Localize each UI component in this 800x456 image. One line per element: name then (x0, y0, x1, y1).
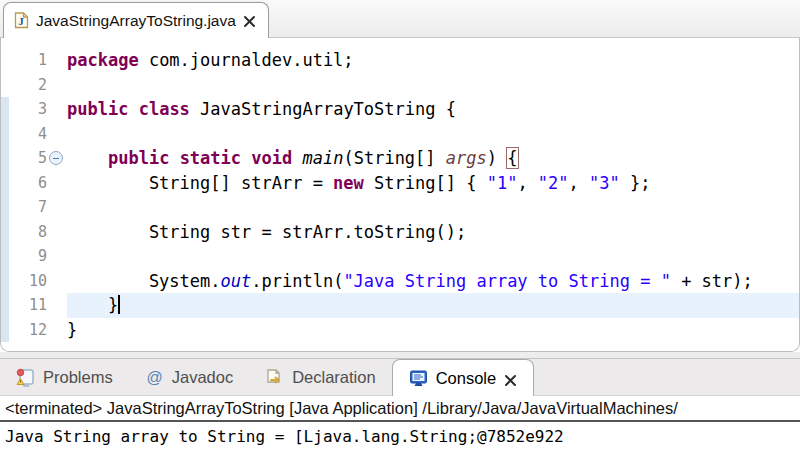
line-number-gutter[interactable]: 5 (9, 149, 67, 167)
close-icon[interactable] (504, 372, 517, 385)
fold-slot (49, 225, 63, 239)
code-token: out (221, 271, 252, 291)
code-token (241, 148, 251, 168)
tab-console[interactable]: Console (392, 359, 535, 396)
console-launch-header: <terminated> JavaStringArrayToString [Ja… (0, 396, 800, 422)
code-text[interactable]: public class JavaStringArrayToString { (67, 97, 799, 122)
line-number: 3 (38, 100, 47, 118)
code-lines: 1package com.journaldev.util;23public cl… (1, 48, 799, 342)
code-line[interactable]: 9 (1, 244, 799, 269)
fold-slot (49, 323, 63, 337)
code-token: } (67, 320, 77, 340)
code-token: public (67, 99, 128, 119)
code-token: .println( (251, 271, 343, 291)
tab-console-label: Console (436, 369, 497, 388)
line-number: 11 (29, 296, 47, 314)
console-icon (409, 369, 428, 388)
change-bar (1, 122, 9, 147)
editor-tab-title: JavaStringArrayToString.java (36, 12, 236, 30)
code-text[interactable]: public static void main(String[] args) { (67, 146, 799, 171)
line-number-gutter[interactable]: 3 (9, 100, 67, 118)
code-text[interactable]: package com.journaldev.util; (67, 48, 799, 73)
tab-javadoc-label: Javadoc (172, 368, 233, 387)
fold-slot (49, 274, 63, 288)
code-line[interactable]: 8 String str = strArr.toString(); (1, 220, 799, 245)
tab-declaration[interactable]: Declaration (249, 359, 391, 395)
code-token: class (139, 99, 190, 119)
tab-declaration-label: Declaration (292, 368, 375, 387)
code-token (292, 148, 302, 168)
code-line[interactable]: 4 (1, 122, 799, 147)
code-token: package (67, 50, 139, 70)
change-bar (1, 97, 9, 122)
change-bar (1, 73, 9, 98)
line-number-gutter[interactable]: 12 (9, 321, 67, 339)
line-number-gutter[interactable]: 6 (9, 174, 67, 192)
code-line[interactable]: 5 public static void main(String[] args)… (1, 146, 799, 171)
line-number-gutter[interactable]: 7 (9, 198, 67, 216)
code-token: + str); (671, 271, 753, 291)
close-icon[interactable] (243, 14, 256, 27)
tab-problems-label: Problems (43, 368, 113, 387)
change-bar (1, 48, 9, 73)
code-text[interactable]: System.out.println("Java String array to… (67, 269, 799, 294)
console-output[interactable]: Java String array to String = [Ljava.lan… (0, 422, 800, 446)
code-token: JavaStringArrayToString { (190, 99, 456, 119)
fold-slot (49, 176, 63, 190)
line-number-gutter[interactable]: 2 (9, 76, 67, 94)
code-token: static (180, 148, 241, 168)
code-token: }; (620, 173, 651, 193)
code-line[interactable]: 2 (1, 73, 799, 98)
code-line[interactable]: 10 System.out.println("Java String array… (1, 269, 799, 294)
code-token: System. (67, 271, 221, 291)
line-number-gutter[interactable]: 1 (9, 51, 67, 69)
minus-circle-icon[interactable] (49, 151, 63, 165)
line-number: 9 (38, 247, 47, 265)
fold-slot (49, 298, 63, 312)
svg-text:@: @ (146, 368, 162, 385)
bottom-tab-bar: Problems @ Javadoc Declaration (0, 358, 800, 396)
code-token: "2" (538, 173, 569, 193)
fold-collapse-icon[interactable] (49, 151, 63, 165)
code-line[interactable]: 6 String[] strArr = new String[] { "1", … (1, 171, 799, 196)
line-number: 12 (29, 321, 47, 339)
code-token (169, 148, 179, 168)
line-number-gutter[interactable]: 9 (9, 247, 67, 265)
line-number: 6 (38, 174, 47, 192)
javadoc-icon: @ (145, 368, 164, 387)
fold-slot (49, 200, 63, 214)
code-text[interactable]: String[] strArr = new String[] { "1", "2… (67, 171, 799, 196)
change-bar (1, 171, 9, 196)
code-token: void (251, 148, 292, 168)
tab-javadoc[interactable]: @ Javadoc (129, 359, 249, 395)
change-bar (1, 244, 9, 269)
change-bar (1, 146, 9, 171)
code-line[interactable]: 11 } (1, 293, 799, 318)
java-file-icon: J (14, 12, 29, 29)
line-number-gutter[interactable]: 8 (9, 223, 67, 241)
line-number-gutter[interactable]: 10 (9, 272, 67, 290)
fold-slot (49, 78, 63, 92)
line-number: 2 (38, 76, 47, 94)
code-line[interactable]: 3public class JavaStringArrayToString { (1, 97, 799, 122)
code-token (67, 148, 108, 168)
code-text[interactable]: } (67, 293, 799, 318)
code-token: String str = strArr.toString(); (67, 222, 466, 242)
fold-slot (49, 53, 63, 67)
code-text[interactable]: String str = strArr.toString(); (67, 220, 799, 245)
code-text[interactable]: } (67, 318, 799, 343)
editor-tab-active[interactable]: J JavaStringArrayToString.java (3, 2, 269, 38)
line-number-gutter[interactable]: 4 (9, 125, 67, 143)
fold-slot (49, 127, 63, 141)
code-token: "Java String array to String = " (343, 271, 671, 291)
code-line[interactable]: 1package com.journaldev.util; (1, 48, 799, 73)
code-line[interactable]: 12} (1, 318, 799, 343)
line-number: 4 (38, 125, 47, 143)
code-editor[interactable]: 1package com.journaldev.util;23public cl… (0, 38, 800, 352)
tab-problems[interactable]: Problems (0, 359, 129, 395)
code-line[interactable]: 7 (1, 195, 799, 220)
line-number-gutter[interactable]: 11 (9, 296, 67, 314)
line-number: 10 (29, 272, 47, 290)
code-token: (String[] (343, 148, 445, 168)
fold-slot (49, 249, 63, 263)
